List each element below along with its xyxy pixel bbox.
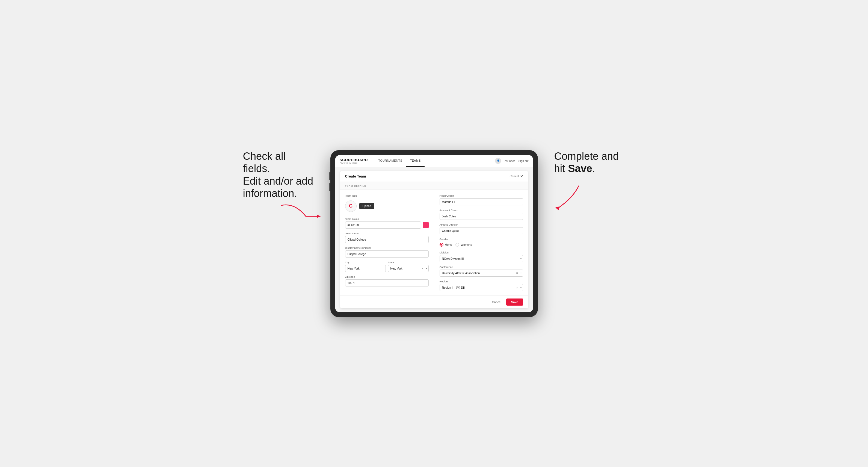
city-state-group: City State New York [345, 261, 429, 272]
athletic-dir-label: Athletic Director [440, 223, 523, 226]
sign-out-link[interactable]: Sign out [519, 159, 529, 162]
section-label: TEAM DETAILS [340, 182, 528, 190]
conference-field: Conference University Athletic Associati… [440, 266, 523, 277]
region-clear-icon[interactable]: ✕ [516, 286, 518, 289]
svg-marker-0 [317, 215, 321, 218]
header-right: 👤 Test User | Sign out [495, 158, 528, 164]
womens-radio-dot[interactable] [456, 243, 459, 247]
user-name: Test User | [503, 159, 516, 162]
gender-label: Gender [440, 238, 523, 241]
create-team-modal: Create Team Cancel ✕ TEAM DETAILS [340, 171, 528, 308]
page-wrapper: Check all fields. Edit and/or add inform… [243, 150, 625, 317]
head-coach-field: Head Coach [440, 194, 523, 206]
division-select-wrapper: NCAA Division III ▾ [440, 255, 523, 262]
tablet-screen: SCOREBOARD Powered by clippd TOURNAMENTS… [335, 155, 533, 312]
side-button-top [329, 172, 330, 180]
asst-coach-label: Assistant Coach [440, 209, 523, 212]
left-column: Team logo C Upload Team colour [345, 194, 429, 291]
city-input[interactable] [345, 265, 386, 272]
division-field: Division NCAA Division III ▾ [440, 251, 523, 262]
display-name-field: Display name (unique) [345, 246, 429, 257]
modal-footer: Cancel Save [340, 295, 528, 308]
womens-label: Womens [461, 243, 472, 246]
region-select-wrapper: Region II - (M) DIII ✕ ▾ [440, 284, 523, 291]
app-logo-sub: Powered by clippd [340, 162, 368, 164]
modal-header: Create Team Cancel ✕ [340, 171, 528, 182]
athletic-dir-field: Athletic Director [440, 223, 523, 234]
gender-mens-radio[interactable]: Mens [440, 243, 452, 247]
region-select[interactable]: Region II - (M) DIII [440, 284, 523, 291]
left-arrow-icon [279, 200, 322, 227]
city-field: City [345, 261, 386, 272]
form-body: Team logo C Upload Team colour [340, 190, 528, 295]
team-colour-field: Team colour [345, 217, 429, 228]
city-state-row: City State New York [345, 261, 429, 272]
state-clear-icon[interactable]: ✕ [422, 267, 424, 270]
conference-label: Conference [440, 266, 523, 269]
city-label: City [345, 261, 386, 264]
state-field: State New York ✕ ▾ [388, 261, 429, 272]
app-header: SCOREBOARD Powered by clippd TOURNAMENTS… [335, 155, 533, 167]
logo-preview: C [345, 200, 356, 212]
conference-select-wrapper: University Athletic Association ✕ ▾ [440, 270, 523, 277]
right-instruction-text: Complete and hit Save. [554, 150, 625, 175]
svg-marker-1 [555, 207, 559, 210]
team-name-label: Team name [345, 232, 429, 235]
right-instruction: Complete and hit Save. [554, 150, 625, 175]
nav-tabs: TOURNAMENTS TEAMS [374, 155, 424, 167]
region-field: Region Region II - (M) DIII ✕ ▾ [440, 280, 523, 291]
logo-upload-area: C Upload [345, 198, 429, 214]
close-icon[interactable]: ✕ [520, 174, 523, 178]
conference-select[interactable]: University Athletic Association [440, 270, 523, 277]
team-colour-label: Team colour [345, 217, 429, 220]
left-instruction-text: Check all fields. Edit and/or add inform… [243, 150, 314, 200]
display-name-input[interactable] [345, 250, 429, 257]
user-avatar: 👤 [495, 158, 501, 164]
gender-radio-group: Mens Womens [440, 242, 523, 248]
modal-title: Create Team [345, 174, 366, 178]
colour-input-row [345, 221, 429, 228]
zip-label: Zip code [345, 275, 429, 278]
zip-field: Zip code [345, 275, 429, 286]
upload-button[interactable]: Upload [359, 203, 375, 209]
region-label: Region [440, 280, 523, 283]
right-arrow-icon [549, 183, 582, 210]
display-name-label: Display name (unique) [345, 246, 429, 249]
head-coach-input[interactable] [440, 198, 523, 206]
tablet-frame: SCOREBOARD Powered by clippd TOURNAMENTS… [330, 150, 538, 317]
gender-womens-radio[interactable]: Womens [456, 243, 472, 247]
team-colour-input[interactable] [345, 221, 421, 228]
app-logo: SCOREBOARD [340, 158, 368, 162]
gender-field: Gender Mens Womens [440, 238, 523, 248]
asst-coach-input[interactable] [440, 213, 523, 220]
mens-radio-dot[interactable] [440, 243, 443, 247]
team-name-field: Team name [345, 232, 429, 243]
tab-tournaments[interactable]: TOURNAMENTS [374, 155, 406, 167]
asst-coach-field: Assistant Coach [440, 209, 523, 220]
zip-input[interactable] [345, 279, 429, 286]
mens-label: Mens [445, 243, 452, 246]
colour-swatch [423, 222, 429, 228]
right-column: Head Coach Assistant Coach Athletic Dire… [440, 194, 523, 291]
team-logo-label: Team logo [345, 194, 429, 197]
conference-clear-icon[interactable]: ✕ [516, 272, 518, 275]
team-logo-field: Team logo C Upload [345, 194, 429, 214]
modal-cancel-button[interactable]: Cancel ✕ [509, 174, 523, 178]
team-name-input[interactable] [345, 236, 429, 243]
left-instruction: Check all fields. Edit and/or add inform… [243, 150, 314, 200]
head-coach-label: Head Coach [440, 194, 523, 197]
save-button[interactable]: Save [506, 299, 523, 306]
side-button-mid [329, 183, 330, 191]
state-label: State [388, 261, 429, 264]
cancel-label: Cancel [509, 175, 519, 178]
athletic-dir-input[interactable] [440, 227, 523, 234]
cancel-button[interactable]: Cancel [489, 299, 504, 306]
main-content: Create Team Cancel ✕ TEAM DETAILS [335, 167, 533, 312]
logo-area: SCOREBOARD Powered by clippd [340, 158, 368, 164]
tab-teams[interactable]: TEAMS [406, 155, 424, 167]
division-select[interactable]: NCAA Division III [440, 255, 523, 262]
state-select-wrapper: New York ✕ ▾ [388, 265, 429, 272]
division-label: Division [440, 251, 523, 254]
